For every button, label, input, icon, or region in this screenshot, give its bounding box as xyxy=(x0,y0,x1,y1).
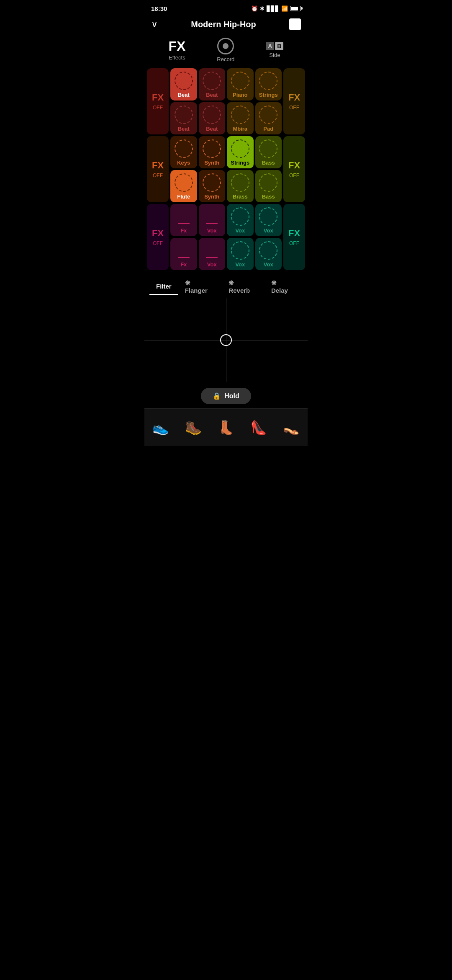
ab-buttons: A B xyxy=(266,42,283,50)
tab-filter[interactable]: Filter xyxy=(149,279,178,295)
pad-circle xyxy=(203,106,221,124)
flanger-icon: ❋ xyxy=(185,279,190,286)
signal-icon: ▊▊▊ xyxy=(267,5,279,12)
pad-group-pink: FX OFF Fx Vox Fx Vox Vox xyxy=(147,204,305,270)
tab-delay[interactable]: ❋ Delay xyxy=(265,276,303,298)
fx-side-right-3[interactable]: FX OFF xyxy=(283,204,305,270)
hold-area: 🔒 Hold xyxy=(144,382,308,408)
fx-side-right-2[interactable]: FX OFF xyxy=(283,136,305,202)
wifi-icon: 📶 xyxy=(281,5,288,12)
pad-circle xyxy=(175,139,193,158)
pad-circle xyxy=(231,139,249,158)
side-control[interactable]: A B Side xyxy=(266,42,283,58)
pad-dash xyxy=(178,257,190,258)
fx-off-label-2: OFF xyxy=(153,173,163,178)
fx-off-label-r2: OFF xyxy=(289,173,299,178)
pad-label: Beat xyxy=(206,126,218,132)
fx-side-label-3: FX xyxy=(152,228,164,239)
pad-label: Beat xyxy=(178,126,190,132)
record-control[interactable]: Record xyxy=(217,38,234,62)
pad-vox-4[interactable]: Vox xyxy=(255,204,282,236)
fx-side-left-1[interactable]: FX OFF xyxy=(147,68,169,134)
record-circle xyxy=(217,38,234,54)
pad-label: Fx xyxy=(180,227,187,234)
ad-shoe-2: 🥾 xyxy=(179,413,208,442)
fx-side-left-3[interactable]: FX OFF xyxy=(147,204,169,270)
ad-shoe-5: 👡 xyxy=(277,413,306,442)
pad-group-red: FX OFF Beat Beat Beat Beat xyxy=(147,68,305,134)
pad-vox-6[interactable]: Vox xyxy=(255,238,282,270)
pad-fx-2[interactable]: Fx xyxy=(170,238,197,270)
pad-label: Fx xyxy=(180,261,187,268)
bluetooth-icon: ✱ xyxy=(260,5,265,12)
hold-label: Hold xyxy=(224,392,239,400)
battery-fill xyxy=(291,7,298,10)
tab-reverb[interactable]: ❋ Reverb xyxy=(222,276,265,298)
pad-label: Vox xyxy=(235,261,245,268)
control-row: FX Effects Record A B Side xyxy=(144,34,308,68)
pad-synth-2[interactable]: Synth xyxy=(199,170,226,202)
pad-circle xyxy=(203,173,221,192)
pad-circle xyxy=(231,207,249,226)
alarm-icon: ⏰ xyxy=(251,5,258,12)
fx-effects-control[interactable]: FX Effects xyxy=(168,39,185,61)
fx-side-left-2[interactable]: FX OFF xyxy=(147,136,169,202)
side-label: Side xyxy=(269,52,280,58)
pad-mbira[interactable]: Mbira xyxy=(227,102,254,134)
pad-strings-2[interactable]: Strings xyxy=(227,136,254,168)
pad-circle xyxy=(231,173,249,192)
pad-keys[interactable]: Keys xyxy=(170,136,197,168)
stop-button[interactable] xyxy=(289,18,301,30)
fx-side-label-2: FX xyxy=(152,160,164,171)
battery-icon xyxy=(290,6,301,11)
pad-brass[interactable]: Brass xyxy=(227,170,254,202)
ad-shoe-1: 👟 xyxy=(146,413,175,442)
pad-fx-1[interactable]: Fx xyxy=(170,204,197,236)
pad-circle xyxy=(203,139,221,158)
delay-icon: ❋ xyxy=(271,279,277,286)
pad-vox-5[interactable]: Vox xyxy=(227,238,254,270)
pad-pad[interactable]: Pad xyxy=(255,102,282,134)
xy-pad[interactable] xyxy=(144,298,308,382)
top-bar: ∨ Modern Hip-Hop xyxy=(144,15,308,34)
pads-right-3: Vox Vox Vox Vox xyxy=(227,204,282,270)
pad-area: FX OFF Beat Beat Beat Beat xyxy=(144,68,308,270)
pad-label: Vox xyxy=(235,227,245,234)
pad-beat-2[interactable]: Beat xyxy=(199,68,226,101)
pad-vox-2[interactable]: Vox xyxy=(199,238,226,270)
xy-dot xyxy=(220,334,232,346)
pad-circle xyxy=(231,106,249,124)
back-chevron[interactable]: ∨ xyxy=(151,19,158,30)
pad-beat-1[interactable]: Beat xyxy=(170,68,197,101)
pad-beat-4[interactable]: Beat xyxy=(199,102,226,134)
pad-label: Pad xyxy=(263,126,273,132)
pad-dash xyxy=(206,257,218,258)
pad-vox-3[interactable]: Vox xyxy=(227,204,254,236)
pads-left-3: Fx Vox Fx Vox xyxy=(170,204,225,270)
pad-label: Synth xyxy=(204,193,219,200)
a-button: A xyxy=(266,42,274,50)
pad-bass-2[interactable]: Bass xyxy=(255,170,282,202)
fx-side-label-r1: FX xyxy=(288,92,300,103)
pad-synth-1[interactable]: Synth xyxy=(199,136,226,168)
pad-bass-1[interactable]: Bass xyxy=(255,136,282,168)
delay-label: Delay xyxy=(271,287,288,294)
tab-flanger[interactable]: ❋ Flanger xyxy=(178,276,222,298)
fx-label: FX xyxy=(168,39,185,53)
pad-strings-1[interactable]: Strings xyxy=(255,68,282,101)
pad-label: Keys xyxy=(177,160,190,166)
pad-beat-3[interactable]: Beat xyxy=(170,102,197,134)
fx-side-right-1[interactable]: FX OFF xyxy=(283,68,305,134)
pad-circle xyxy=(259,72,277,90)
pad-label: Bass xyxy=(262,160,275,166)
pad-circle xyxy=(175,106,193,124)
pad-piano[interactable]: Piano xyxy=(227,68,254,101)
fx-side-label-1: FX xyxy=(152,92,164,103)
pad-label: Flute xyxy=(177,193,190,200)
ad-banner[interactable]: 👟 🥾 👢 👠 👡 xyxy=(144,408,308,446)
pad-label: Strings xyxy=(259,92,278,98)
hold-button[interactable]: 🔒 Hold xyxy=(201,388,251,404)
pad-flute[interactable]: Flute xyxy=(170,170,197,202)
pad-vox-1[interactable]: Vox xyxy=(199,204,226,236)
flanger-label: Flanger xyxy=(185,287,208,294)
